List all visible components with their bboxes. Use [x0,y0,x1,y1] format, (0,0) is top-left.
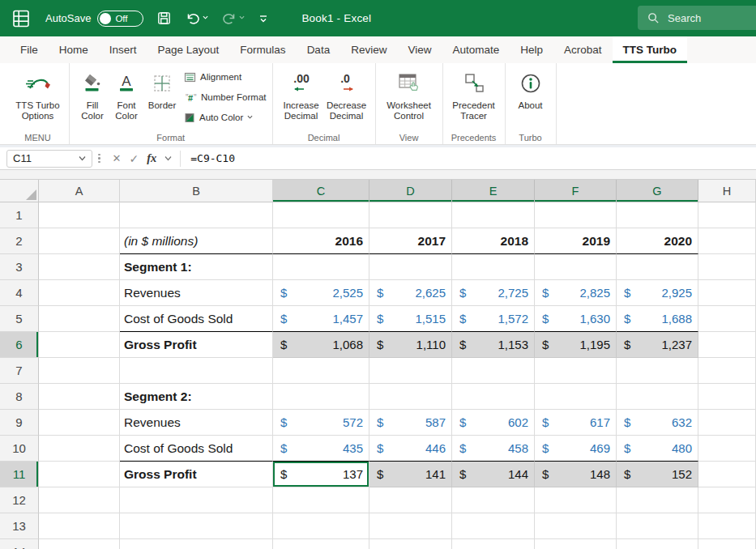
tab-acrobat[interactable]: Acrobat [553,36,613,63]
cell-E12[interactable] [452,487,535,513]
cell-H6[interactable] [698,332,756,358]
tab-help[interactable]: Help [510,36,553,63]
tab-data[interactable]: Data [297,36,341,63]
cell-F6[interactable]: $1,195 [535,332,617,358]
tab-formulas[interactable]: Formulas [229,36,296,63]
cell-B13[interactable] [120,513,273,539]
cell-A14[interactable] [39,539,120,549]
cell-C11[interactable]: $137 [273,462,369,487]
column-header-C[interactable]: C [273,180,369,202]
cell-A4[interactable] [39,280,120,306]
cell-H3[interactable] [698,254,756,280]
cell-E13[interactable] [452,513,535,539]
cell-F5[interactable]: $1,630 [535,306,617,332]
formula-input[interactable]: =C9-C10 [182,152,235,164]
cell-F10[interactable]: $469 [535,436,617,462]
autosave-toggle[interactable]: Off [97,11,143,27]
auto-color-button[interactable]: Auto Color [184,110,267,125]
alignment-button[interactable]: Alignment [184,70,267,84]
cell-D8[interactable] [369,384,452,410]
cell-C3[interactable] [273,254,369,280]
cell-G14[interactable] [617,539,698,549]
tab-page-layout[interactable]: Page Layout [147,36,230,63]
cell-D4[interactable]: $2,625 [369,280,452,306]
font-color-button[interactable]: A Font Color [109,67,143,123]
cell-A10[interactable] [39,436,120,462]
cell-C9[interactable]: $572 [273,410,369,436]
row-header-9[interactable]: 9 [0,410,39,436]
cell-H4[interactable] [698,280,756,306]
cell-B7[interactable] [120,358,273,384]
decrease-decimal-button[interactable]: .0 Decrease Decimal [324,67,369,123]
increase-decimal-button[interactable]: .00 Increase Decimal [279,67,324,123]
cell-D11[interactable]: $141 [369,462,452,487]
about-button[interactable]: About [511,67,550,113]
row-header-7[interactable]: 7 [0,358,39,384]
row-header-10[interactable]: 10 [0,436,39,462]
column-header-F[interactable]: F [535,180,617,202]
tab-automate[interactable]: Automate [442,36,510,63]
cell-E9[interactable]: $602 [452,410,535,436]
cell-D10[interactable]: $446 [369,436,452,462]
cell-B9[interactable]: Revenues [120,410,273,436]
cell-A13[interactable] [39,513,120,539]
cell-G5[interactable]: $1,688 [617,306,698,332]
cell-A8[interactable] [39,384,120,410]
row-header-5[interactable]: 5 [0,306,39,332]
cell-F11[interactable]: $148 [535,462,617,487]
cell-G7[interactable] [617,358,698,384]
cell-G8[interactable] [617,384,698,410]
cell-E6[interactable]: $1,153 [452,332,535,358]
cell-F2[interactable]: 2019 [535,228,617,254]
cell-H12[interactable] [698,487,756,513]
cell-H14[interactable] [698,539,756,549]
cell-C14[interactable] [273,539,369,549]
cell-D2[interactable]: 2017 [369,228,452,254]
row-header-12[interactable]: 12 [0,487,39,513]
cell-D6[interactable]: $1,110 [369,332,452,358]
cell-G12[interactable] [617,487,698,513]
cell-B14[interactable] [120,539,273,549]
cell-G13[interactable] [617,513,698,539]
cell-G11[interactable]: $152 [617,462,698,487]
row-header-3[interactable]: 3 [0,254,39,280]
tab-tts-turbo[interactable]: TTS Turbo [613,36,688,63]
cell-G1[interactable] [617,202,698,228]
cell-A9[interactable] [39,410,120,436]
quick-access-toolbar-button[interactable] [258,14,269,23]
tab-file[interactable]: File [10,36,49,63]
cell-H13[interactable] [698,513,756,539]
cell-B4[interactable]: Revenues [120,280,273,306]
tab-review[interactable]: Review [340,36,397,63]
cell-E2[interactable]: 2018 [452,228,535,254]
cell-G9[interactable]: $632 [617,410,698,436]
row-header-4[interactable]: 4 [0,280,39,306]
number-format-button[interactable]: " # " Number Format [184,90,267,104]
cell-H5[interactable] [698,306,756,332]
row-header-13[interactable]: 13 [0,513,39,539]
row-header-14[interactable]: 14 [0,539,39,549]
cell-F12[interactable] [535,487,617,513]
cell-E5[interactable]: $1,572 [452,306,535,332]
cell-G10[interactable]: $480 [617,436,698,462]
column-header-E[interactable]: E [452,180,535,202]
cell-F9[interactable]: $617 [535,410,617,436]
cell-G2[interactable]: 2020 [617,228,698,254]
select-all-corner[interactable] [0,180,39,202]
cell-B2[interactable]: (in $ millions) [120,228,273,254]
cell-C4[interactable]: $2,525 [273,280,369,306]
formula-bar-grip[interactable] [98,154,100,164]
cell-F1[interactable] [535,202,617,228]
cell-C7[interactable] [273,358,369,384]
cell-F7[interactable] [535,358,617,384]
cell-B12[interactable] [120,487,273,513]
tab-view[interactable]: View [397,36,442,63]
cell-D9[interactable]: $587 [369,410,452,436]
cell-E8[interactable] [452,384,535,410]
cell-H11[interactable] [698,462,756,487]
cell-D3[interactable] [369,254,452,280]
cell-A12[interactable] [39,487,120,513]
cell-B10[interactable]: Cost of Goods Sold [120,436,273,462]
column-header-G[interactable]: G [617,180,698,202]
cell-A1[interactable] [39,202,120,228]
